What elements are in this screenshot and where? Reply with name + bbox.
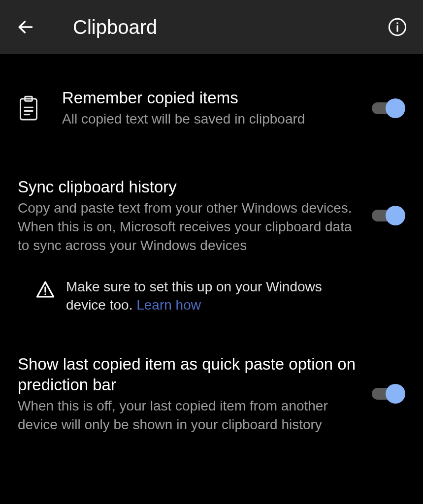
svg-point-10 (44, 293, 46, 295)
page-title: Clipboard (73, 16, 386, 38)
svg-rect-4 (21, 98, 37, 119)
toggle-sync-history[interactable] (370, 206, 405, 225)
setting-quickpaste-desc: When this is off, your last copied item … (18, 397, 358, 434)
setting-quick-paste[interactable]: Show last copied item as quick paste opt… (0, 345, 423, 442)
warning-icon-wrap (35, 280, 55, 301)
sync-warning-text: Make sure to set this up on your Windows… (66, 278, 342, 315)
setting-sync-history[interactable]: Sync clipboard history Copy and paste te… (0, 168, 423, 264)
info-icon (388, 17, 407, 37)
setting-sync-title: Sync clipboard history (18, 177, 358, 197)
setting-sync-desc: Copy and paste text from your other Wind… (18, 199, 358, 254)
setting-remember-title: Remember copied items (62, 88, 358, 108)
settings-content: Remember copied items All copied text wi… (0, 54, 423, 442)
warning-icon (35, 280, 55, 299)
app-header: Clipboard (0, 0, 423, 54)
clipboard-icon-wrap (18, 95, 62, 121)
toggle-remember-items[interactable] (370, 98, 405, 118)
svg-point-3 (396, 22, 398, 24)
back-arrow-icon (16, 18, 35, 36)
setting-sync-block: Sync clipboard history Copy and paste te… (0, 168, 423, 315)
setting-sync-text: Sync clipboard history Copy and paste te… (18, 177, 370, 255)
learn-how-link[interactable]: Learn how (136, 297, 201, 313)
back-button[interactable] (14, 15, 37, 39)
setting-quickpaste-text: Show last copied item as quick paste opt… (18, 354, 370, 434)
clipboard-icon (18, 95, 39, 121)
setting-remember-items[interactable]: Remember copied items All copied text wi… (0, 79, 423, 137)
setting-remember-desc: All copied text will be saved in clipboa… (62, 110, 358, 128)
toggle-quick-paste[interactable] (370, 384, 405, 404)
setting-quickpaste-title: Show last copied item as quick paste opt… (18, 354, 358, 395)
sync-warning-row: Make sure to set this up on your Windows… (0, 276, 423, 315)
info-button[interactable] (386, 15, 409, 39)
setting-remember-text: Remember copied items All copied text wi… (62, 88, 370, 128)
